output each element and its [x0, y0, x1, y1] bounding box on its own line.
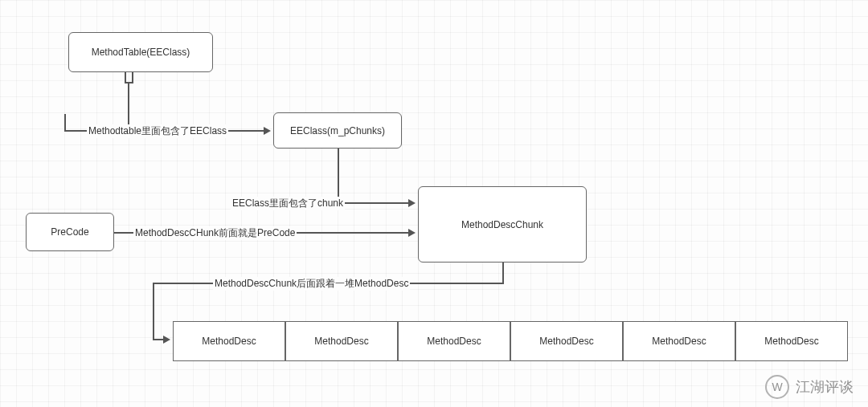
edge-mt-eeclass-seg: [125, 72, 126, 82]
box-methoddesc-2-label: MethodDesc: [314, 336, 368, 347]
box-methoddescchunk-label: MethodDescChunk: [461, 219, 543, 230]
edge-mt-eeclass-seg: [64, 114, 66, 132]
watermark: W 江湖评谈: [765, 375, 854, 399]
edge-mt-eeclass-arrow: [264, 127, 271, 135]
box-methoddesc-3: MethodDesc: [398, 321, 510, 361]
edge-eeclass-chunk-seg: [338, 149, 339, 202]
watermark-icon: W: [765, 375, 789, 399]
box-methoddesc-4-label: MethodDesc: [539, 336, 593, 347]
edge-chunk-desc-arrow: [163, 336, 170, 344]
box-methoddesc-4: MethodDesc: [510, 321, 623, 361]
box-methoddesc-1-label: MethodDesc: [202, 336, 256, 347]
box-methoddesc-6-label: MethodDesc: [764, 336, 818, 347]
box-methoddesc-5-label: MethodDesc: [652, 336, 706, 347]
edge-mt-eeclass-seg: [132, 72, 133, 82]
edge-eeclass-chunk-arrow: [408, 199, 416, 207]
box-methoddesc-5: MethodDesc: [623, 321, 735, 361]
edge-mt-eeclass-seg: [128, 82, 129, 130]
box-methoddesc-2: MethodDesc: [285, 321, 398, 361]
box-methoddesc-6: MethodDesc: [735, 321, 848, 361]
edge-chunk-desc-seg: [502, 263, 504, 283]
edge-chunk-desc-seg: [153, 283, 154, 339]
watermark-text: 江湖评谈: [796, 377, 854, 397]
edge-precode-chunk-label: MethodDescCHunk前面就是PreCode: [133, 226, 297, 240]
edge-eeclass-chunk-seg: [338, 202, 410, 204]
edge-precode-chunk-arrow: [408, 229, 416, 237]
box-precode-label: PreCode: [51, 226, 88, 238]
box-eeclass: EEClass(m_pChunks): [273, 112, 402, 149]
box-eeclass-label: EEClass(m_pChunks): [290, 125, 385, 136]
box-methoddesc-3-label: MethodDesc: [427, 336, 481, 347]
box-method-table: MethodTable(EEClass): [68, 32, 213, 72]
edge-eeclass-chunk-label: EEClass里面包含了chunk: [231, 197, 345, 210]
edge-mt-eeclass-label: Methodtable里面包含了EEClass: [87, 124, 228, 138]
box-methoddescchunk: MethodDescChunk: [418, 186, 587, 263]
box-precode: PreCode: [26, 213, 114, 251]
box-method-table-label: MethodTable(EEClass): [92, 47, 190, 58]
edge-chunk-desc-label: MethodDescChunk后面跟着一堆MethodDesc: [213, 277, 410, 291]
box-methoddesc-1: MethodDesc: [173, 321, 285, 361]
